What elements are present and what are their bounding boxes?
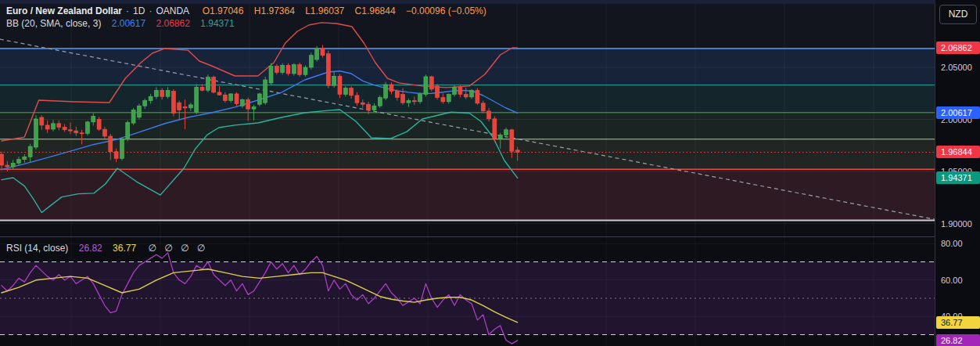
rsi-value: 26.82 (79, 243, 102, 254)
main-pane-lower-bg (0, 221, 935, 237)
rsi-indicator-label: RSI (14, close) (6, 243, 68, 254)
candle-body (367, 104, 371, 110)
candle-body (332, 76, 336, 85)
candle-body (34, 119, 38, 147)
candle-body (447, 95, 451, 102)
candle-body (160, 90, 164, 96)
candle-body (23, 157, 27, 159)
candle-body (235, 94, 239, 104)
candle-body (166, 90, 170, 96)
candle-body (217, 92, 221, 95)
candle-body (510, 130, 514, 151)
price-zone (0, 139, 935, 170)
candle-body (493, 119, 497, 139)
candle-body (401, 95, 405, 103)
currency-toggle-button[interactable]: NZD (939, 5, 977, 24)
candle-body (429, 77, 433, 89)
price-badge: 1.96844 (936, 146, 980, 158)
candle-body (264, 80, 267, 103)
candle-body (281, 65, 285, 72)
symbol-title: Euro / New Zealand Dollar (6, 5, 122, 16)
candle-body (240, 99, 244, 106)
candle-body (28, 146, 32, 157)
candle-body (395, 92, 399, 98)
candle-body (453, 87, 457, 94)
candle-body (74, 131, 78, 133)
candle-body (171, 92, 175, 114)
candle-body (109, 136, 113, 152)
rsi-empty-slots: ∅ ∅ ∅ ∅ (148, 243, 205, 254)
candle-body (16, 160, 20, 164)
price-zone (0, 49, 935, 85)
candle-body (200, 87, 204, 90)
bb-upper-value: 2.06862 (156, 18, 189, 29)
candle-body (338, 76, 342, 94)
price-badge: 1.94371 (936, 171, 980, 184)
ohlc-low: L1.96037 (305, 5, 344, 16)
candle-body (131, 110, 135, 124)
symbol-legend[interactable]: Euro / New Zealand Dollar·1D·OANDA O1.97… (6, 5, 486, 16)
candle-body (326, 54, 330, 86)
bb-indicator-label: BB (20, SMA, close, 3) (6, 18, 101, 29)
price-tick: 1.90000 (941, 218, 972, 229)
candle-body (498, 135, 502, 139)
candle-body (303, 67, 307, 74)
bb-legend[interactable]: BB (20, SMA, close, 3) 2.00617 2.06862 1… (6, 18, 235, 29)
candle-body (372, 106, 376, 110)
candle-body (309, 56, 313, 67)
candle-body (114, 152, 118, 159)
candle-body (458, 87, 462, 94)
candle-body (223, 95, 227, 100)
candle-body (252, 107, 256, 110)
candle-body (137, 106, 141, 117)
candle-body (424, 77, 428, 95)
candle-body (149, 96, 153, 100)
candle-body (51, 124, 55, 129)
rsi-tick: 60.00 (941, 275, 963, 286)
candle-body (183, 107, 187, 108)
candle-body (355, 96, 359, 103)
candle-body (68, 130, 72, 131)
chart-canvas[interactable] (0, 0, 980, 346)
bb-basis-value: 2.00617 (112, 18, 145, 29)
candle-body (298, 65, 302, 75)
rsi-legend[interactable]: RSI (14, close) 26.82 36.77 ∅ ∅ ∅ ∅ (6, 243, 205, 254)
candle-body (389, 85, 393, 92)
candle-body (407, 101, 411, 103)
candle-body (350, 88, 354, 96)
ohlc-high: H1.97364 (254, 5, 295, 16)
candle-body (321, 49, 325, 56)
candle-body (378, 98, 382, 106)
candle-body (63, 127, 66, 129)
candle-body (212, 77, 216, 92)
top-strip (0, 0, 935, 4)
rsi-tick: 80.00 (941, 238, 963, 249)
candle-body (412, 101, 416, 102)
candle-body (40, 117, 44, 125)
candle-body (195, 87, 199, 112)
candle-body (80, 133, 84, 134)
exchange-label: OANDA (156, 5, 188, 16)
candle-body (269, 67, 273, 83)
rsi-badge: 26.82 (936, 334, 980, 346)
price-badge: 2.06862 (936, 41, 980, 54)
price-tick: 2.05000 (941, 62, 972, 73)
candle-body (441, 98, 445, 102)
candle-body (0, 154, 4, 165)
price-zone (0, 169, 935, 220)
candle-body (45, 125, 49, 129)
candle-body (85, 122, 89, 134)
timeframe-label: 1D (133, 5, 145, 16)
candle-body (384, 85, 388, 98)
candle-body (206, 77, 210, 91)
candle-body (476, 90, 479, 103)
price-axis[interactable]: NZD 2.050002.000001.950001.9000080.0060.… (935, 0, 980, 346)
candle-body (5, 165, 9, 167)
candle-body (418, 95, 422, 102)
candle-body (188, 105, 192, 108)
candle-body (102, 129, 106, 136)
ohlc-close: C1.96844 (355, 5, 396, 16)
rsi-ma-value: 36.77 (113, 243, 136, 254)
candle-body (487, 111, 491, 119)
candle-body (343, 88, 347, 95)
